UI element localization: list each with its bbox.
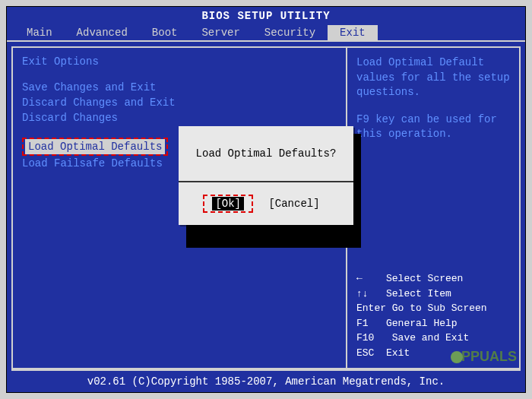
nav-select-item: ↑↓ Select Item [356, 287, 510, 302]
nav-f1: F1 General Help [356, 316, 510, 331]
footer: v02.61 (C)Copyright 1985-2007, American … [11, 369, 521, 392]
nav-help: ← Select Screen ↑↓ Select Item Enter Go … [356, 271, 510, 360]
menu-advanced[interactable]: Advanced [65, 25, 140, 40]
nav-select-screen: ← Select Screen [356, 271, 510, 287]
menu-main[interactable]: Main [14, 25, 65, 40]
dialog-message: Load Optimal Defaults? [179, 126, 353, 182]
panel-title: Exit Options [22, 55, 337, 68]
dialog-buttons: [Ok] [Cancel] [179, 182, 353, 225]
menu-boot[interactable]: Boot [140, 25, 190, 40]
menu-security[interactable]: Security [252, 25, 328, 40]
option-save-exit[interactable]: Save Changes and Exit [22, 80, 337, 95]
confirm-dialog: Load Optimal Defaults? [Ok] [Cancel] [179, 126, 353, 225]
menu-bar: Main Advanced Boot Server Security Exit [7, 25, 525, 42]
nav-enter: Enter Go to Sub Screen [356, 301, 510, 316]
nav-f10: F10 Save and Exit [356, 331, 510, 346]
option-discard[interactable]: Discard Changes [22, 110, 337, 125]
watermark-text: PPUALS [461, 349, 517, 364]
option-discard-exit[interactable]: Discard Changes and Exit [22, 95, 337, 110]
highlight-ok: [Ok] [203, 195, 253, 213]
ok-button[interactable]: [Ok] [212, 197, 244, 211]
cancel-button[interactable]: [Cancel] [265, 197, 322, 211]
help-text-1: Load Optimal Default values for all the … [356, 55, 510, 100]
help-text-2: F9 key can be used for this operation. [356, 112, 510, 142]
watermark: PPUALS [451, 349, 517, 365]
option-load-optimal[interactable]: Load Optimal Defaults [25, 139, 165, 154]
right-panel: Load Optimal Default values for all the … [346, 46, 521, 369]
menu-server[interactable]: Server [189, 25, 252, 40]
menu-exit[interactable]: Exit [328, 25, 378, 40]
highlight-selected: Load Optimal Defaults [22, 138, 168, 156]
app-title: BIOS SETUP UTILITY [7, 7, 525, 25]
